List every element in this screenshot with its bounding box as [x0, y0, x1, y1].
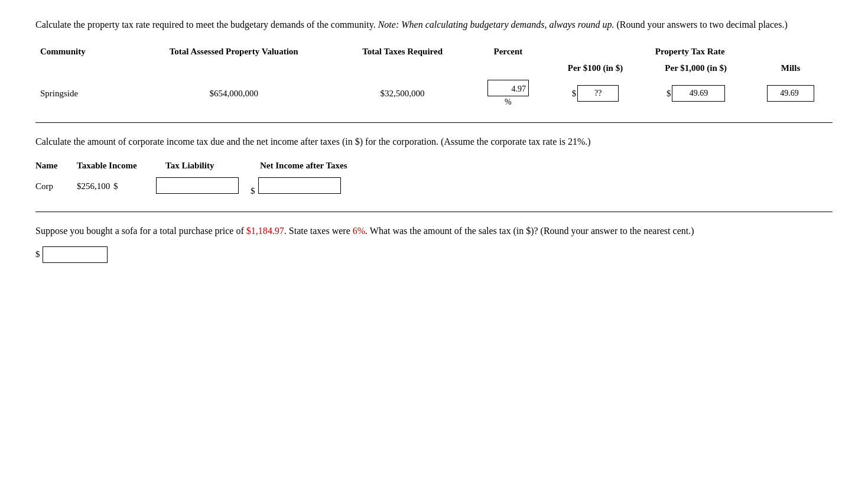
per-100-input[interactable]: ?? — [577, 85, 619, 102]
cell-taxes-required: $32,500,000 — [336, 76, 469, 110]
separator-1 — [35, 122, 833, 123]
header-total-assessed-empty — [132, 60, 336, 77]
dollar-sign-1000: $ — [667, 89, 671, 99]
cell-valuation: $654,000,000 — [132, 76, 336, 110]
header-community: Community — [35, 44, 132, 60]
dollar-sign-100: $ — [572, 89, 577, 99]
sales-tax-input[interactable] — [43, 246, 108, 263]
per-1000-input[interactable]: 49.69 — [672, 85, 725, 102]
header-percent: Percent — [469, 44, 547, 60]
section-3: Suppose you bought a sofa for a total pu… — [35, 224, 833, 263]
header-mills: Mills — [749, 60, 833, 77]
separator-2 — [35, 212, 833, 212]
percent-input[interactable]: 4.97 — [487, 80, 529, 96]
header-prop-tax-rate: Property Tax Rate — [548, 44, 833, 60]
cell-per-100[interactable]: $ ?? — [548, 76, 643, 110]
header-total-taxes-empty — [336, 60, 469, 77]
property-tax-table: Community Total Assessed Property Valuat… — [35, 44, 833, 110]
price-value: $1,184.97 — [246, 226, 284, 236]
section3-text: Suppose you bought a sofa for a total pu… — [35, 224, 833, 238]
header-per-100: Per $100 (in $) — [548, 60, 643, 77]
net-income-input[interactable] — [258, 177, 341, 194]
cell-mills[interactable]: 49.69 — [749, 76, 833, 110]
cell-net-income[interactable]: $ — [248, 174, 355, 200]
header-total-assessed: Total Assessed Property Valuation — [132, 44, 336, 60]
corp-table: Name Taxable Income Tax Liability Net In… — [35, 158, 355, 200]
percent-symbol: % — [505, 98, 512, 107]
mills-input[interactable]: 49.69 — [767, 85, 814, 102]
header-percent-empty — [469, 60, 547, 77]
header-tax-liability: Tax Liability — [154, 158, 248, 174]
dollar-sign-sales: $ — [35, 249, 40, 259]
cell-community: Springside — [35, 76, 132, 110]
header-community-empty — [35, 60, 132, 77]
tax-liability-input[interactable] — [156, 177, 239, 194]
tax-rate-value: 6% — [353, 226, 365, 236]
cell-percent[interactable]: 4.97 % — [469, 76, 547, 110]
cell-tax-liability[interactable] — [154, 174, 248, 200]
cell-per-1000[interactable]: $ 49.69 — [643, 76, 749, 110]
header-taxable-income: Taxable Income — [77, 158, 154, 174]
section-1: Calculate the property tax rate required… — [35, 18, 833, 110]
cell-taxable-income: $256,100 $ — [77, 174, 154, 200]
section-2: Calculate the amount of corporate income… — [35, 135, 833, 200]
section2-intro: Calculate the amount of corporate income… — [35, 135, 833, 149]
header-net-income: Net Income after Taxes — [248, 158, 355, 174]
section1-intro: Calculate the property tax rate required… — [35, 18, 833, 32]
cell-corp-name: Corp — [35, 174, 77, 200]
header-per-1000: Per $1,000 (in $) — [643, 60, 749, 77]
sales-tax-input-row: $ — [35, 246, 833, 263]
header-total-taxes: Total Taxes Required — [336, 44, 469, 60]
header-name: Name — [35, 158, 77, 174]
